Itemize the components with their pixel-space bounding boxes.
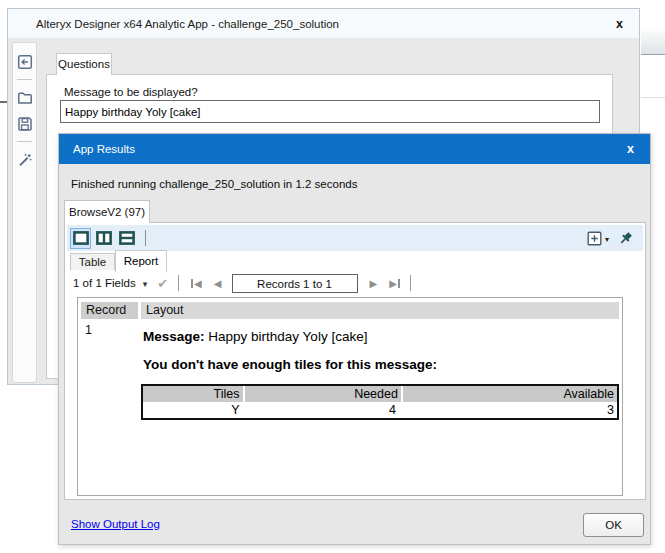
vertical-split-pane-icon[interactable] <box>93 228 114 249</box>
toolbar-separator <box>178 275 179 291</box>
previous-record-button[interactable]: ◀ <box>214 278 222 289</box>
analytic-app-title: Alteryx Designer x64 Analytic App - chal… <box>36 9 339 39</box>
run-status-text: Finished running challenge_250_solution … <box>71 178 357 190</box>
save-icon[interactable] <box>15 114 34 133</box>
view-subtabs: Table Report <box>65 249 645 271</box>
report-view: Record Layout 1 Message: Happy birthday … <box>77 297 623 496</box>
ok-button[interactable]: OK <box>583 513 644 537</box>
magic-wand-icon[interactable] <box>15 150 34 169</box>
back-icon[interactable] <box>15 52 34 71</box>
tiles-cell: Y <box>143 402 243 418</box>
tab-questions[interactable]: Questions <box>56 53 112 75</box>
horizontal-split-pane-icon[interactable] <box>116 228 137 249</box>
app-results-dialog: App Results x Finished running challenge… <box>58 133 651 545</box>
toolbar-separator <box>410 275 411 291</box>
column-header-layout: Layout <box>141 302 619 319</box>
warning-text: You don't have enough tiles for this mes… <box>143 357 437 372</box>
show-output-log-link[interactable]: Show Output Log <box>71 518 160 530</box>
tiles-table: Tiles Needed Available Y 4 3 <box>141 384 619 420</box>
tab-report[interactable]: Report <box>115 250 167 272</box>
available-cell: 3 <box>399 402 617 418</box>
insert-pane-icon[interactable] <box>587 231 602 246</box>
tiles-table-row: Y 4 3 <box>143 402 617 418</box>
pane-layout-toolbar: ▾ <box>67 225 643 251</box>
tab-table[interactable]: Table <box>70 253 115 271</box>
background-divider-right <box>641 97 665 98</box>
chevron-down-icon[interactable]: ▾ <box>143 279 148 289</box>
record-id: 1 <box>85 323 92 337</box>
close-icon[interactable]: x <box>627 134 634 164</box>
record-navigation-bar: 1 of 1 Fields ▾ ✔ ◀ ◀ Records 1 to 1 ▶ ▶ <box>65 270 645 296</box>
single-pane-icon[interactable] <box>70 228 91 249</box>
column-header-record: Record <box>81 302 138 319</box>
apply-check-icon[interactable]: ✔ <box>157 276 168 291</box>
toolbar-separator <box>17 79 32 80</box>
close-icon[interactable]: x <box>616 9 623 39</box>
last-record-button[interactable]: ▶ <box>389 278 400 289</box>
needed-cell: 4 <box>243 402 399 418</box>
browse-tab-page: ▾ Table Report 1 of 1 Fields ▾ ✔ ◀ ◀ Rec… <box>64 222 646 500</box>
app-sidebar-toolbar <box>12 42 37 383</box>
question-label: Message to be displayed? <box>64 86 198 98</box>
app-results-title: App Results <box>73 134 135 164</box>
records-range-box[interactable]: Records 1 to 1 <box>232 274 358 293</box>
tab-browsev2[interactable]: BrowseV2 (97) <box>64 200 150 223</box>
needed-header: Needed <box>245 386 401 402</box>
open-folder-icon[interactable] <box>15 88 34 107</box>
background-divider-left <box>0 101 7 103</box>
next-record-button[interactable]: ▶ <box>370 278 378 289</box>
first-record-button[interactable]: ◀ <box>191 278 202 289</box>
app-results-titlebar: App Results x <box>59 134 650 164</box>
chevron-down-icon[interactable]: ▾ <box>605 235 609 244</box>
available-header: Available <box>403 386 617 402</box>
fields-dropdown[interactable]: 1 of 1 Fields <box>73 277 136 289</box>
message-line: Message: Happy birthday Yoly [cake] <box>143 329 367 344</box>
tiles-table-header-row: Tiles Needed Available <box>143 386 617 402</box>
analytic-app-titlebar: Alteryx Designer x64 Analytic App - chal… <box>8 9 639 39</box>
background-toolbar-edge <box>641 26 665 55</box>
tiles-header: Tiles <box>143 386 243 402</box>
message-input[interactable] <box>60 100 600 123</box>
toolbar-separator <box>17 141 32 142</box>
toolbar-separator <box>145 230 146 246</box>
message-value: Happy birthday Yoly [cake] <box>208 329 367 344</box>
pin-icon[interactable] <box>617 230 634 247</box>
message-label: Message: <box>143 329 205 344</box>
